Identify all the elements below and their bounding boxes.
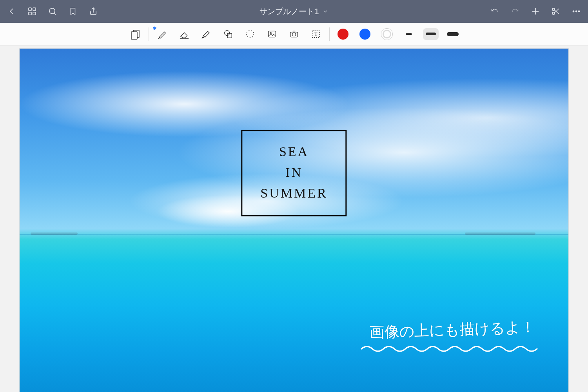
stroke-thick-button[interactable] [442, 25, 464, 43]
text-icon: T [311, 29, 321, 39]
underline-squiggle-icon [361, 344, 541, 352]
stroke-thin-icon [406, 33, 412, 35]
handwritten-annotation: 画像の上にも描けるよ！ [369, 317, 536, 343]
search-icon [48, 7, 57, 16]
back-icon [7, 7, 16, 16]
svg-point-18 [225, 30, 230, 35]
svg-text:T: T [314, 31, 318, 37]
svg-point-20 [247, 30, 254, 38]
bookmark-icon [69, 7, 77, 16]
svg-rect-16 [131, 32, 137, 39]
color-swatch-red [338, 29, 348, 40]
undo-button[interactable] [485, 2, 504, 21]
title-line: SEA [260, 142, 327, 162]
stroke-medium-icon [426, 33, 436, 35]
highlighter-icon [201, 29, 212, 40]
pen-icon [157, 29, 167, 40]
image-icon [267, 29, 278, 39]
svg-point-4 [49, 8, 55, 14]
color-swatch-ring-icon [381, 29, 392, 40]
lasso-tool-button[interactable] [239, 25, 261, 43]
bookmark-button[interactable] [64, 2, 82, 21]
scissors-button[interactable] [546, 2, 565, 21]
image-title-box: SEA IN SUMMER [241, 130, 347, 216]
svg-point-14 [578, 11, 579, 12]
separator [329, 27, 330, 41]
title-line: IN [260, 162, 327, 183]
tool-bar: ✱ T [0, 23, 588, 45]
separator [149, 27, 149, 41]
svg-point-24 [292, 33, 296, 36]
lasso-icon [245, 29, 256, 39]
more-icon [572, 7, 581, 16]
scissors-icon [551, 7, 561, 16]
redo-icon [510, 7, 520, 15]
more-button[interactable] [567, 2, 586, 21]
undo-icon [490, 7, 500, 15]
add-button[interactable] [526, 2, 545, 21]
svg-rect-2 [29, 12, 31, 15]
share-icon [89, 6, 98, 16]
color-blue-button[interactable] [354, 25, 376, 43]
document-title-text: サンプルノート1 [260, 6, 319, 17]
page-template-icon [130, 29, 141, 40]
stroke-thin-button[interactable] [398, 25, 420, 43]
redo-button[interactable] [506, 2, 524, 21]
share-button[interactable] [84, 2, 103, 21]
title-line: SUMMER [260, 183, 327, 204]
eraser-tool-button[interactable] [173, 25, 195, 43]
svg-rect-3 [33, 12, 36, 15]
text-tool-button[interactable]: T [305, 25, 327, 43]
color-swatch-blue [359, 29, 370, 40]
svg-point-12 [573, 11, 574, 12]
page-template-button[interactable] [124, 25, 146, 43]
plus-icon [531, 7, 540, 16]
color-custom-button[interactable] [376, 25, 398, 43]
camera-tool-button[interactable] [283, 25, 305, 43]
horizon-island [465, 232, 535, 235]
pen-tool-button[interactable]: ✱ [151, 25, 173, 43]
svg-rect-21 [269, 31, 276, 37]
color-red-button[interactable] [332, 25, 354, 43]
chevron-down-icon [322, 8, 328, 15]
svg-rect-1 [33, 8, 36, 11]
top-navbar: サンプルノート1 [0, 0, 588, 23]
document-title[interactable]: サンプルノート1 [260, 6, 328, 17]
svg-point-22 [270, 32, 271, 33]
horizon-island [31, 232, 78, 235]
search-button[interactable] [43, 2, 62, 21]
note-page[interactable]: SEA IN SUMMER 画像の上にも描けるよ！ [20, 49, 568, 392]
shapes-icon [223, 29, 234, 39]
highlighter-tool-button[interactable] [195, 25, 217, 43]
camera-icon [289, 29, 299, 39]
grid-view-button[interactable] [23, 2, 42, 21]
image-tool-button[interactable] [261, 25, 283, 43]
back-button[interactable] [2, 2, 21, 21]
svg-rect-0 [29, 8, 31, 11]
eraser-icon [178, 29, 190, 39]
svg-point-13 [575, 11, 577, 12]
stroke-thick-icon [447, 32, 459, 36]
canvas-area[interactable]: SEA IN SUMMER 画像の上にも描けるよ！ [0, 45, 588, 392]
bluetooth-badge-icon: ✱ [153, 26, 156, 31]
shapes-tool-button[interactable] [217, 25, 239, 43]
grid-icon [27, 7, 37, 16]
svg-line-5 [54, 13, 56, 15]
stroke-medium-button[interactable] [420, 25, 442, 43]
